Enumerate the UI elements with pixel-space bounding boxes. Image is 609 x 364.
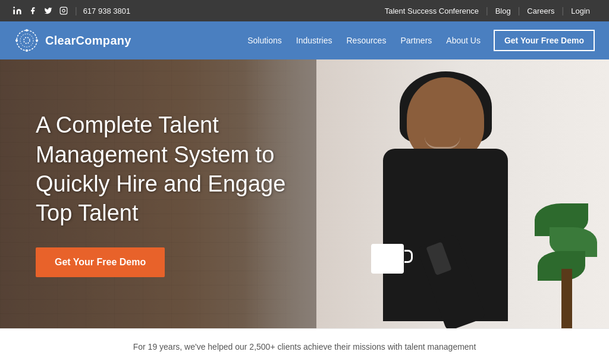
- svg-point-4: [17, 30, 37, 51]
- plant-stem: [561, 269, 572, 328]
- logo-icon: [14, 28, 39, 53]
- svg-point-10: [36, 39, 38, 42]
- hero-title: A Complete Talent Management System to Q…: [36, 111, 299, 228]
- person-body: [383, 149, 508, 321]
- svg-rect-0: [13, 10, 15, 14]
- nav-solutions[interactable]: Solutions: [241, 32, 288, 49]
- svg-rect-2: [60, 7, 67, 14]
- person-mug: [371, 244, 404, 274]
- top-bar-right: Talent Success Conference | Blog | Caree…: [378, 6, 597, 15]
- instagram-icon[interactable]: [58, 5, 69, 16]
- top-bar-left: | 617 938 3801: [12, 5, 130, 16]
- svg-point-1: [13, 7, 15, 8]
- careers-link[interactable]: Careers: [520, 7, 561, 15]
- nav-links: Solutions Industries Resources Partners …: [241, 30, 595, 51]
- top-bar: | 617 938 3801 Talent Success Conference…: [0, 0, 609, 21]
- hero-section: A Complete Talent Management System to Q…: [0, 59, 609, 328]
- hero-content: A Complete Talent Management System to Q…: [0, 59, 335, 328]
- top-bar-divider: |: [75, 6, 77, 15]
- hero-cta-button[interactable]: Get Your Free Demo: [36, 247, 165, 277]
- svg-point-8: [26, 49, 28, 52]
- hero-person-figure: [335, 71, 561, 321]
- nav-about-us[interactable]: About Us: [440, 32, 486, 49]
- nav-demo-button[interactable]: Get Your Free Demo: [494, 30, 595, 51]
- bottom-strip: For 19 years, we've helped our 2,500+ cl…: [0, 328, 609, 364]
- bottom-tagline: For 19 years, we've helped our 2,500+ cl…: [133, 342, 476, 352]
- svg-point-5: [20, 34, 33, 47]
- person-arm: [416, 234, 486, 328]
- person-head: [407, 77, 484, 161]
- svg-point-6: [24, 37, 30, 43]
- nav-industries[interactable]: Industries: [290, 32, 338, 49]
- logo-text: ClearCompany: [45, 34, 131, 48]
- linkedin-icon[interactable]: [12, 5, 23, 16]
- nav-resources[interactable]: Resources: [340, 32, 392, 49]
- logo-area[interactable]: ClearCompany: [14, 28, 131, 53]
- svg-point-7: [26, 29, 28, 32]
- twitter-icon[interactable]: [43, 5, 54, 16]
- talent-conference-link[interactable]: Talent Success Conference: [378, 7, 486, 15]
- nav-partners[interactable]: Partners: [394, 32, 438, 49]
- blog-link[interactable]: Blog: [488, 7, 518, 15]
- svg-point-9: [15, 39, 18, 42]
- nav-bar: ClearCompany Solutions Industries Resour…: [0, 21, 609, 59]
- login-link[interactable]: Login: [564, 7, 597, 15]
- social-icons: [12, 5, 69, 16]
- facebook-icon[interactable]: [27, 5, 38, 16]
- phone-number: 617 938 3801: [83, 7, 131, 15]
